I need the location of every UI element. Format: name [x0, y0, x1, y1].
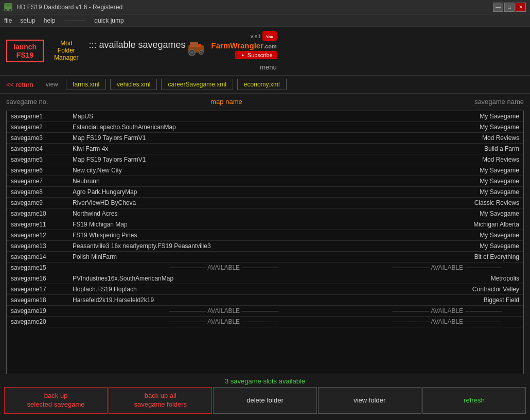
table-row[interactable]: savegame1MapUSMy Savegame [7, 111, 523, 122]
cell-map-name: Map FS19 Taylors FarmV1 [73, 134, 375, 142]
backup-selected-button[interactable]: back upselected savegame [4, 387, 108, 414]
table-row[interactable]: savegame8Agro Park.HungaryMapMy Savegame [7, 187, 523, 198]
launch-button[interactable]: launch FS19 [6, 40, 44, 62]
titlebar-left: HD FS19 Dashboard v1.6 - Registered [4, 3, 122, 11]
menubar: file setup help ----------- quick jump [0, 14, 530, 27]
cell-savegame-no: savegame17 [11, 286, 73, 293]
mod-folder-manager[interactable]: Mod Folder Manager [54, 40, 78, 61]
cell-savegame-no: savegame8 [11, 188, 73, 196]
cell-savegame-no: savegame10 [11, 210, 73, 217]
toolbar: << return view: farms.xml vehicles.xml c… [0, 76, 530, 94]
table-row[interactable]: savegame14Polish MiniFarmBit of Everythi… [7, 252, 523, 262]
backup-all-button[interactable]: back up allsavegame folders [109, 387, 212, 414]
mod-folder-line3: Manager [54, 54, 78, 61]
close-button[interactable]: ✕ [516, 3, 526, 12]
table-row[interactable]: savegame16PVIndustries16x.SouthAmericanM… [7, 273, 523, 284]
cell-map-name: Agro Park.HungaryMap [73, 188, 375, 196]
table-row[interactable]: savegame20—————— AVAILABLE ———————————— … [7, 317, 523, 327]
cell-savegame-name: Build a Farm [375, 145, 519, 152]
cell-savegame-no: savegame5 [11, 156, 73, 163]
cell-savegame-name: Michigan Alberta [375, 221, 519, 228]
cell-savegame-no: savegame6 [11, 167, 73, 174]
cell-savegame-no: savegame9 [11, 199, 73, 206]
cell-savegame-no: savegame18 [11, 296, 73, 304]
launch-line2: FS19 [16, 51, 33, 59]
cell-savegame-name: Classic Reviews [375, 199, 519, 206]
cell-savegame-no: savegame3 [11, 134, 73, 142]
menu-file[interactable]: file [4, 17, 12, 24]
col-header-map-name: map name [73, 98, 380, 106]
cell-savegame-name: My Savegame [375, 232, 519, 239]
page-title-area: ::: available savegames [89, 40, 186, 50]
table-row[interactable]: savegame2EstanciaLapacho.SouthAmericanMa… [7, 122, 523, 133]
cell-savegame-no: savegame15 [11, 264, 73, 271]
cell-map-name: Hopfach.FS19 Hopfach [73, 286, 375, 293]
table-row[interactable]: savegame17Hopfach.FS19 HopfachContractor… [7, 284, 523, 295]
cell-savegame-name: Bit of Everything [375, 253, 519, 260]
cell-savegame-name: Mod Reviews [375, 134, 519, 142]
menu-help[interactable]: help [44, 17, 56, 24]
maximize-button[interactable]: □ [504, 3, 515, 12]
cell-savegame-name: My Savegame [375, 124, 519, 131]
youtube-section: visit You FarmWrangler.com [211, 31, 277, 59]
cell-savegame-name: My Savegame [375, 188, 519, 196]
cell-map-name: EstanciaLapacho.SouthAmericanMap [73, 124, 375, 131]
cell-savegame-no: savegame4 [11, 145, 73, 152]
cell-savegame-no: savegame16 [11, 275, 73, 282]
cell-savegame-no: savegame13 [11, 242, 73, 250]
table-row[interactable]: savegame19—————— AVAILABLE ———————————— … [7, 306, 523, 317]
minimize-button[interactable]: — [493, 3, 503, 12]
menu-separator: ----------- [63, 17, 86, 24]
return-link[interactable]: << return [6, 81, 33, 89]
view-label: view: [46, 81, 60, 88]
view-folder-button[interactable]: view folder [318, 387, 421, 414]
cell-map-name: —————— AVAILABLE —————— [73, 318, 375, 325]
table-row[interactable]: savegame7NeubrunnMy Savegame [7, 176, 523, 187]
table-row[interactable]: savegame13Peasantville3 16x nearlyempty.… [7, 241, 523, 252]
refresh-button[interactable]: refresh [422, 387, 526, 414]
cell-savegame-no: savegame19 [11, 307, 73, 314]
cell-savegame-name: —————— AVAILABLE —————— [375, 318, 519, 325]
tab-economy-xml[interactable]: economy.xml [237, 79, 287, 90]
column-headers: savegame no. map name savegame name [0, 94, 530, 111]
launch-line1: launch [13, 43, 37, 51]
tab-career-savegame-xml[interactable]: careerSavegame.xml [161, 79, 233, 90]
menu-button[interactable]: menu [260, 63, 277, 71]
menu-quickjump[interactable]: quick jump [94, 17, 123, 24]
cell-map-name: FS19 Michigan Map [73, 221, 375, 228]
table-row[interactable]: savegame11FS19 Michigan MapMichigan Albe… [7, 219, 523, 230]
table-row[interactable]: savegame5Map FS19 Taylors FarmV1Mod Revi… [7, 154, 523, 165]
subscribe-button[interactable]: Subscribe [235, 51, 277, 59]
cell-map-name: Polish MiniFarm [73, 253, 375, 260]
table-row[interactable]: savegame4Kiwi Farm 4xBuild a Farm [7, 144, 523, 154]
cell-savegame-name: My Savegame [375, 210, 519, 217]
cell-savegame-name: Biggest Field [375, 296, 519, 304]
cell-savegame-name: My Savegame [375, 167, 519, 174]
tab-vehicles-xml[interactable]: vehicles.xml [110, 79, 157, 90]
tab-farms-xml[interactable]: farms.xml [66, 79, 106, 90]
menu-setup[interactable]: setup [20, 17, 35, 24]
table-row[interactable]: savegame10Northwind AcresMy Savegame [7, 208, 523, 219]
table-row[interactable]: savegame3Map FS19 Taylors FarmV1Mod Revi… [7, 133, 523, 144]
header-top: launch FS19 Mod Folder Manager ::: avail… [6, 40, 186, 62]
farmwrangler-text: FarmWrangler.com [211, 41, 277, 50]
cell-savegame-no: savegame7 [11, 178, 73, 185]
svg-rect-5 [190, 42, 198, 47]
footer-buttons: back upselected savegame back up allsave… [0, 387, 530, 414]
youtube-icon: You [262, 31, 277, 41]
table-row[interactable]: savegame12FS19 Whispering PinesMy Savega… [7, 230, 523, 241]
table-row[interactable]: savegame15—————— AVAILABLE ———————————— … [7, 262, 523, 273]
table-row[interactable]: savegame18Harsefeld2k19.Harsefeld2k19Big… [7, 295, 523, 306]
visit-text: visit [251, 33, 260, 39]
table-row[interactable]: savegame9RiverViewHD ByChevaClassic Revi… [7, 198, 523, 208]
subscribe-icon [239, 53, 245, 58]
table-row[interactable]: savegame6New city.New CityMy Savegame [7, 165, 523, 176]
cell-map-name: FS19 Whispering Pines [73, 232, 375, 239]
svg-point-2 [5, 9, 7, 11]
cell-map-name: —————— AVAILABLE —————— [73, 264, 375, 271]
mod-folder-line2: Folder [58, 47, 75, 54]
app-icon [4, 3, 12, 11]
content-area: savegame no. map name savegame name save… [0, 94, 530, 420]
cell-savegame-name: —————— AVAILABLE —————— [375, 264, 519, 271]
delete-folder-button[interactable]: delete folder [213, 387, 316, 414]
